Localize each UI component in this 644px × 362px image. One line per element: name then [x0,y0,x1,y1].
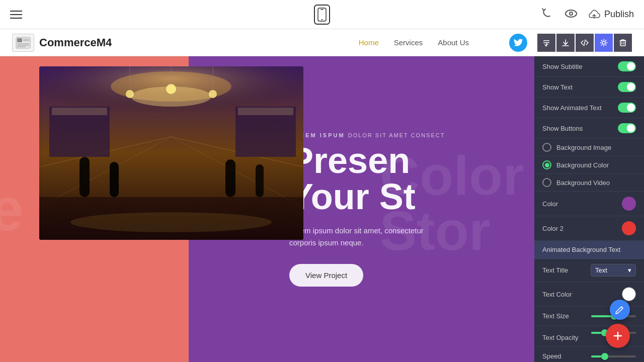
background-image-radio[interactable] [542,143,551,152]
brand-logo: CommerceM4 [12,34,112,52]
hero-body: Lorem ipsum dolor sit amet, consectetur … [289,225,450,249]
nav-about[interactable]: About Us [438,38,469,47]
hero-title: PresenYour St [289,142,514,215]
toolbar-delete-btn[interactable] [614,34,632,52]
svg-line-17 [584,40,586,46]
nav-services[interactable]: Services [394,38,423,47]
show-buttons-label: Show Buttons [542,125,618,132]
color2-row: Color 2 [534,216,644,241]
background-video-radio[interactable] [542,178,551,187]
svg-point-3 [566,10,577,17]
phone-icon[interactable] [314,5,330,25]
speed-label: Speed [542,352,587,360]
svg-point-1 [321,19,323,20]
background-video-label: Background Video [556,179,610,187]
svg-rect-39 [225,159,235,197]
show-subtitle-row: Show Subtitle [534,56,644,77]
chevron-down-icon: ▾ [628,266,631,274]
speed-slider[interactable] [591,355,636,357]
svg-rect-44 [238,108,293,115]
top-bar-right: Publish [540,6,634,23]
background-video-row: Background Video [534,174,644,192]
toolbar-icons [537,34,632,52]
brand-logo-icon [12,34,34,52]
background-color-label: Background Color [556,161,609,169]
color-row: Color [534,192,644,216]
background-image-row: Background Image [534,139,644,156]
top-bar: Publish [0,0,644,29]
svg-point-27 [166,84,176,94]
svg-point-45 [70,212,272,232]
nav-home[interactable]: Home [359,38,379,47]
svg-point-26 [126,90,134,98]
text-color-label: Text Color [542,291,622,298]
background-color-radio[interactable] [542,160,551,169]
hero-image-inner [39,66,303,240]
view-project-button[interactable]: View Project [289,264,363,287]
toolbar-download-btn[interactable] [556,34,575,52]
color2-label: Color 2 [542,225,622,232]
speed-row: Speed [534,347,644,362]
preview-icon[interactable] [564,7,578,23]
hero-section: e [0,56,534,362]
toolbar-code-btn[interactable] [576,34,594,52]
background-image-label: Background Image [556,144,611,151]
svg-point-4 [570,12,573,15]
publish-button[interactable]: Publish [588,9,634,20]
hamburger-icon[interactable] [10,11,22,19]
svg-rect-38 [110,162,119,197]
twitter-button[interactable] [509,34,527,52]
text-opacity-label: Text Opacity [542,332,587,341]
color-swatch[interactable] [622,197,636,211]
svg-line-46 [621,307,623,308]
svg-point-18 [602,41,605,44]
bg-text-left: e [0,179,24,239]
background-color-radio-inner [545,163,549,167]
svg-rect-7 [17,38,22,42]
main-area: e [0,56,644,362]
undo-icon[interactable] [540,6,554,23]
svg-rect-19 [620,41,625,46]
svg-rect-40 [256,164,264,197]
brand-bar: CommerceM4 Home Services About Us [0,29,644,56]
svg-rect-43 [52,108,107,115]
show-subtitle-label: Show Subtitle [542,63,618,70]
show-text-toggle[interactable] [618,82,636,92]
text-title-row: Text Title Text ▾ [534,259,644,282]
hero-subtitle: LOREM ISPUM DOLOR SIT AMET CONSECT [289,132,514,138]
color2-swatch[interactable] [622,221,636,235]
text-title-label: Text Title [542,266,591,274]
text-title-value: Text [595,266,607,274]
show-animated-text-toggle[interactable] [618,103,636,113]
background-color-row: Background Color [534,156,644,174]
show-buttons-row: Show Buttons [534,118,644,139]
edit-fab[interactable] [610,300,630,320]
text-title-dropdown[interactable]: Text ▾ [591,264,636,277]
show-animated-text-label: Show Animated Text [542,104,618,112]
top-bar-left [10,11,22,19]
publish-label: Publish [604,9,634,20]
brand-name: CommerceM4 [39,36,112,49]
animated-bg-text-header: Animated Background Text [534,241,644,259]
show-text-row: Show Text [534,77,644,98]
show-text-label: Show Text [542,83,618,91]
toolbar-sort-btn[interactable] [537,34,555,52]
text-color-swatch[interactable] [622,287,636,301]
add-fab[interactable] [606,324,630,348]
text-size-label: Text Size [542,312,587,320]
svg-rect-2 [320,9,324,10]
toolbar-settings-btn[interactable] [595,34,613,52]
show-animated-text-row: Show Animated Text [534,98,644,118]
nav-links: Home Services About Us [359,38,469,47]
show-subtitle-toggle[interactable] [618,61,636,71]
show-buttons-toggle[interactable] [618,123,636,133]
svg-point-28 [209,90,217,98]
top-bar-center [314,5,330,25]
color-label: Color [542,200,622,208]
hero-image [39,66,303,240]
svg-rect-37 [79,157,90,197]
